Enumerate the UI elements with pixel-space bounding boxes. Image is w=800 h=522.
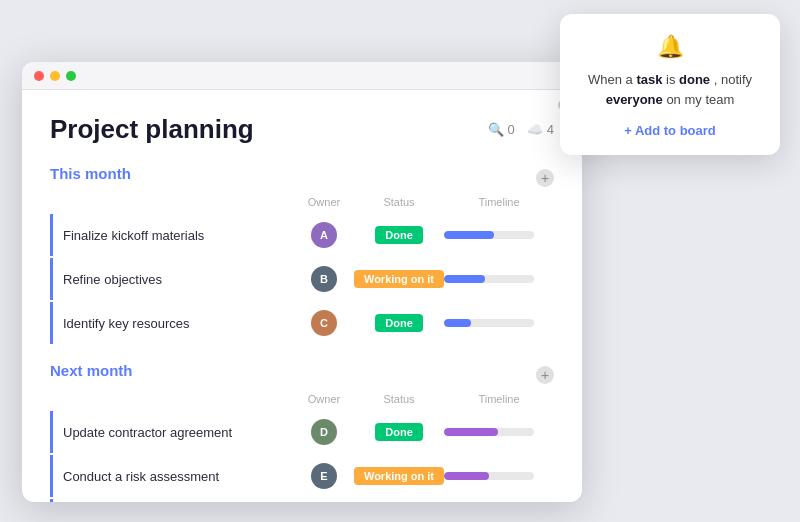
status-badge: Done: [375, 314, 423, 332]
maximize-dot[interactable]: [66, 71, 76, 81]
col-header-3: Timeline: [444, 393, 554, 405]
section-next-month: Next month+OwnerStatusTimelineUpdate con…: [50, 362, 554, 502]
col-header-0: [62, 393, 294, 405]
owner-cell: E: [294, 463, 354, 489]
sections-container: This month+OwnerStatusTimelineFinalize k…: [50, 165, 554, 502]
bookmark-group: 🔍 0: [488, 122, 515, 137]
col-header-1: Owner: [294, 393, 354, 405]
section-title-row-this-month: This month+: [50, 165, 554, 190]
col-header-2: Status: [354, 196, 444, 208]
task-word: task: [636, 72, 662, 87]
section-title-next-month: Next month: [50, 362, 133, 379]
bell-icon: 🔔: [578, 34, 762, 60]
avatar: B: [311, 266, 337, 292]
col-header-3: Timeline: [444, 196, 554, 208]
is-word: is: [666, 72, 675, 87]
close-dot[interactable]: [34, 71, 44, 81]
col-headers-next-month: OwnerStatusTimeline: [50, 393, 554, 409]
status-cell: Working on it: [354, 270, 444, 288]
status-cell: Done: [354, 226, 444, 244]
section-this-month: This month+OwnerStatusTimelineFinalize k…: [50, 165, 554, 344]
timeline-cell: [444, 428, 554, 436]
status-cell: Working on it: [354, 467, 444, 485]
avatar: D: [311, 419, 337, 445]
bookmark-count: 0: [508, 122, 515, 137]
avatar: C: [311, 310, 337, 336]
task-name: Identify key resources: [63, 316, 294, 331]
on-team-text: on my team: [666, 92, 734, 107]
owner-cell: D: [294, 419, 354, 445]
cloud-icon: ☁️: [527, 122, 543, 137]
header-icons: 🔍 0 ☁️ 4: [488, 122, 554, 137]
col-header-0: [62, 196, 294, 208]
owner-cell: C: [294, 310, 354, 336]
section-title-this-month: This month: [50, 165, 131, 182]
status-badge: Done: [375, 226, 423, 244]
task-name: Conduct a risk assessment: [63, 469, 294, 484]
status-badge: Working on it: [354, 270, 444, 288]
timeline-cell: [444, 472, 554, 480]
col-header-1: Owner: [294, 196, 354, 208]
col-header-2: Status: [354, 393, 444, 405]
task-row[interactable]: Finalize kickoff materialsADone: [50, 214, 554, 256]
task-name: Finalize kickoff materials: [63, 228, 294, 243]
everyone-word: everyone: [606, 92, 663, 107]
owner-cell: A: [294, 222, 354, 248]
add-to-board-button[interactable]: + Add to board: [624, 123, 716, 138]
timeline-cell: [444, 231, 554, 239]
cloud-count: 4: [547, 122, 554, 137]
cloud-group: ☁️ 4: [527, 122, 554, 137]
avatar: A: [311, 222, 337, 248]
add-task-button-this-month[interactable]: +: [536, 169, 554, 187]
task-row[interactable]: Conduct a risk assessmentEWorking on it: [50, 455, 554, 497]
timeline-cell: [444, 275, 554, 283]
traffic-lights: [34, 71, 76, 81]
done-word: done: [679, 72, 710, 87]
notification-popup: 🔔 When a task is done , notify everyone …: [560, 14, 780, 155]
bookmark-icon: 🔍: [488, 122, 504, 137]
title-bar: [22, 62, 582, 90]
app-content: Project planning 🔍 0 ☁️ 4 This month+Own…: [22, 90, 582, 502]
page-header: Project planning 🔍 0 ☁️ 4: [50, 114, 554, 145]
status-badge: Working on it: [354, 467, 444, 485]
minimize-dot[interactable]: [50, 71, 60, 81]
notify-text: , notify: [714, 72, 752, 87]
timeline-cell: [444, 319, 554, 327]
owner-cell: B: [294, 266, 354, 292]
task-name: Update contractor agreement: [63, 425, 294, 440]
status-cell: Done: [354, 314, 444, 332]
status-cell: Done: [354, 423, 444, 441]
task-row[interactable]: Identify key resourcesCDone: [50, 302, 554, 344]
col-headers-this-month: OwnerStatusTimeline: [50, 196, 554, 212]
avatar: E: [311, 463, 337, 489]
add-task-button-next-month[interactable]: +: [536, 366, 554, 384]
task-row[interactable]: Update contractor agreementDDone: [50, 411, 554, 453]
section-title-row-next-month: Next month+: [50, 362, 554, 387]
task-row[interactable]: Refine objectivesBWorking on it: [50, 258, 554, 300]
task-name: Refine objectives: [63, 272, 294, 287]
app-window: Project planning 🔍 0 ☁️ 4 This month+Own…: [22, 62, 582, 502]
task-row[interactable]: Monitor budgetFStuck: [50, 499, 554, 502]
page-title: Project planning: [50, 114, 254, 145]
popup-description: When a task is done , notify everyone on…: [578, 70, 762, 109]
status-badge: Done: [375, 423, 423, 441]
